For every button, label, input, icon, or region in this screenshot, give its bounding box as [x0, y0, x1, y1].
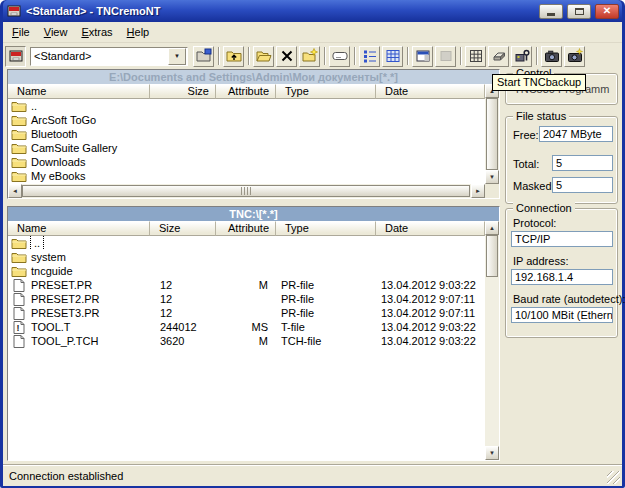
- column-header-name[interactable]: Name: [8, 84, 150, 99]
- scroll-down-icon[interactable]: ▼: [485, 170, 499, 184]
- title-bar[interactable]: <Standard> - TNCremoNT ✕: [3, 0, 622, 22]
- file-name[interactable]: ..: [31, 236, 43, 250]
- file-attr: [216, 127, 276, 141]
- table-row[interactable]: Downloads: [8, 155, 485, 169]
- file-type: TCH-file: [276, 334, 376, 348]
- menu-view[interactable]: View: [37, 24, 75, 41]
- scroll-down-icon[interactable]: ▼: [485, 446, 499, 460]
- file-date: [376, 127, 485, 141]
- table-row[interactable]: PRESET3.PR12PR-file13.04.2012 9:07:11: [8, 306, 485, 320]
- column-header-attribute[interactable]: Attribute: [216, 84, 276, 99]
- folder-icon: [11, 127, 27, 141]
- column-header-size[interactable]: Size: [150, 84, 216, 99]
- properties-button[interactable]: [193, 46, 214, 67]
- table-button[interactable]: [465, 46, 486, 67]
- scrollbar-thumb[interactable]: [486, 98, 498, 170]
- rename-button[interactable]: [329, 46, 350, 67]
- scroll-right-icon[interactable]: ►: [471, 184, 485, 198]
- folder-up-button[interactable]: [223, 46, 244, 67]
- file-size: 12: [150, 306, 216, 320]
- window-layout-button[interactable]: [412, 46, 433, 67]
- tnc-path-header[interactable]: TNC:\[*.*]: [8, 207, 499, 221]
- local-horizontal-scrollbar[interactable]: ◄ ►: [8, 184, 485, 198]
- file-name[interactable]: Downloads: [31, 155, 85, 169]
- resize-grip[interactable]: [607, 471, 620, 484]
- toolbar-separator: [460, 47, 461, 65]
- tnc-vertical-scrollbar[interactable]: ▲ ▼: [485, 221, 499, 460]
- connect-button[interactable]: [5, 46, 26, 67]
- close-button[interactable]: ✕: [595, 4, 619, 19]
- open-button[interactable]: [253, 46, 274, 67]
- file-name[interactable]: PRESET2.PR: [31, 292, 99, 306]
- table-row[interactable]: PRESET2.PR12PR-file13.04.2012 9:07:11: [8, 292, 485, 306]
- column-header-type[interactable]: Type: [276, 84, 376, 99]
- tnc-file-pane: TNC:\[*.*] Name Size Attribute Type Date…: [7, 206, 500, 461]
- file-attr: M: [216, 278, 276, 292]
- list-view-button[interactable]: [359, 46, 380, 67]
- maximize-button[interactable]: [567, 4, 591, 19]
- column-header-attribute[interactable]: Attribute: [216, 221, 276, 236]
- file-type: [276, 236, 376, 250]
- file-type: [276, 250, 376, 264]
- file-name[interactable]: PRESET.PR: [31, 278, 92, 292]
- file-attr: [216, 236, 276, 250]
- tools-button[interactable]: [511, 46, 532, 67]
- file-name[interactable]: tncguide: [31, 264, 73, 278]
- table-row[interactable]: My eBooks: [8, 169, 485, 183]
- chevron-down-icon[interactable]: ▼: [168, 48, 186, 65]
- table-row[interactable]: system: [8, 250, 485, 264]
- tncrestore-button[interactable]: [564, 46, 585, 67]
- file-name[interactable]: Bluetooth: [31, 127, 77, 141]
- table-row[interactable]: !TOOL.T244012MST-file13.04.2012 9:03:22: [8, 320, 485, 334]
- scrollbar-thumb[interactable]: [22, 185, 470, 197]
- protocol-label: Protocol:: [513, 217, 556, 229]
- table-row[interactable]: tncguide: [8, 264, 485, 278]
- file-name[interactable]: My eBooks: [31, 169, 85, 183]
- tnc-file-list: ..systemtncguidePRESET.PR12MPR-file13.04…: [8, 236, 485, 460]
- scroll-left-icon[interactable]: ◄: [8, 184, 22, 198]
- local-vertical-scrollbar[interactable]: ▲ ▼: [485, 84, 499, 184]
- column-header-date[interactable]: Date: [376, 84, 485, 99]
- file-name[interactable]: TOOL.T: [31, 320, 71, 334]
- window-preview-button[interactable]: [435, 46, 456, 67]
- table-row[interactable]: ..: [8, 236, 485, 250]
- file-name[interactable]: CamSuite Gallery: [31, 141, 117, 155]
- connection-group-label: Connection: [513, 202, 575, 215]
- file-attr: [216, 250, 276, 264]
- file-attr: [216, 99, 276, 113]
- menu-file[interactable]: File: [5, 24, 37, 41]
- delete-button[interactable]: [276, 46, 297, 67]
- details-view-button[interactable]: [382, 46, 403, 67]
- table-row[interactable]: PRESET.PR12MPR-file13.04.2012 9:03:22: [8, 278, 485, 292]
- list-view-icon: [362, 48, 378, 64]
- camera-icon: [544, 48, 560, 64]
- local-path-header[interactable]: E:\Documents and Settings\Admin\Мои доку…: [8, 70, 499, 84]
- table-row[interactable]: TOOL_P.TCH3620MTCH-file13.04.2012 9:03:2…: [8, 334, 485, 348]
- table-row[interactable]: ..: [8, 99, 485, 113]
- file-name[interactable]: ArcSoft ToGo: [31, 113, 96, 127]
- file-name[interactable]: PRESET3.PR: [31, 306, 99, 320]
- menu-help[interactable]: Help: [120, 24, 157, 41]
- scrollbar-thumb[interactable]: [486, 235, 498, 277]
- table-row[interactable]: ArcSoft ToGo: [8, 113, 485, 127]
- local-column-header: Name Size Attribute Type Date: [8, 84, 485, 99]
- file-size: [150, 113, 216, 127]
- table-row[interactable]: CamSuite Gallery: [8, 141, 485, 155]
- menu-extras[interactable]: Extras: [74, 24, 119, 41]
- scroll-up-icon[interactable]: ▲: [485, 221, 499, 235]
- file-name[interactable]: ..: [31, 99, 37, 113]
- new-folder-button[interactable]: [299, 46, 320, 67]
- minimize-button[interactable]: [539, 4, 563, 19]
- connection-group: Connection Protocol: TCP/IP IP address: …: [505, 208, 618, 338]
- column-header-date[interactable]: Date: [376, 221, 485, 236]
- tncbackup-button[interactable]: [541, 46, 562, 67]
- column-header-size[interactable]: Size: [150, 221, 216, 236]
- file-name[interactable]: system: [31, 250, 66, 264]
- profile-combobox[interactable]: <Standard> ▼: [30, 47, 188, 66]
- table-row[interactable]: Bluetooth: [8, 127, 485, 141]
- file-name[interactable]: TOOL_P.TCH: [31, 334, 98, 348]
- print-button[interactable]: [488, 46, 509, 67]
- toolbar: <Standard> ▼: [3, 43, 622, 69]
- column-header-type[interactable]: Type: [276, 221, 376, 236]
- column-header-name[interactable]: Name: [8, 221, 150, 236]
